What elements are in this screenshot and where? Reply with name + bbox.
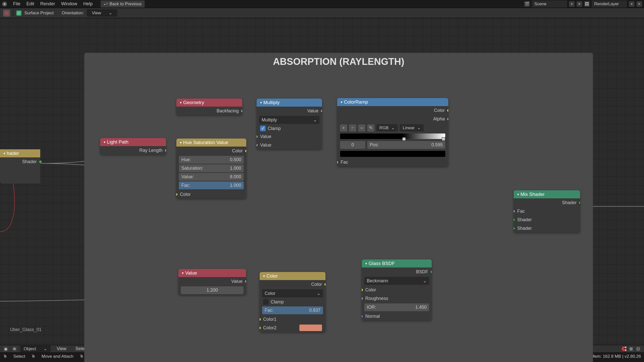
main-menu: File Edit Render Window Help bbox=[10, 0, 96, 8]
node-value[interactable]: Value Value 1.200 bbox=[178, 269, 246, 295]
socket-ramp-color[interactable] bbox=[447, 109, 448, 112]
renderlayer-delete-button[interactable]: × bbox=[636, 1, 642, 7]
node-geometry[interactable]: Geometry Backfacing bbox=[176, 99, 242, 115]
mixcolor-fac-field[interactable]: Fac:0.837 bbox=[262, 306, 323, 314]
geometry-backfacing-output: Backfacing bbox=[176, 107, 242, 115]
mixshader-header[interactable]: Mix Shader bbox=[514, 190, 580, 198]
editor-shader-icon[interactable]: ⊕ bbox=[12, 346, 17, 352]
socket-value-out[interactable] bbox=[245, 280, 246, 283]
glass-header[interactable]: Glass BSDF bbox=[362, 259, 432, 267]
socket-mix-out[interactable] bbox=[579, 201, 580, 204]
node-editor-canvas[interactable]: ABSORPTION (RAYLENGTH) hader Shader Ligh… bbox=[0, 18, 644, 345]
hsv-header[interactable]: Hue Saturation Value bbox=[176, 139, 246, 147]
backdrop-icon[interactable]: ⊡ bbox=[635, 346, 641, 352]
socket-mix-s2[interactable] bbox=[514, 227, 515, 230]
menu2-view[interactable]: View bbox=[54, 345, 69, 352]
ramp-pos-field[interactable]: Pos:0.595 bbox=[367, 141, 445, 149]
ramp-flip-button[interactable]: ↔ bbox=[358, 124, 365, 131]
hsv-sat-field[interactable]: Saturation:1.000 bbox=[179, 164, 244, 172]
glass-dist-select[interactable]: Beckmann bbox=[364, 277, 429, 285]
socket-backfacing[interactable] bbox=[241, 109, 242, 113]
socket-mult-in1[interactable] bbox=[257, 135, 258, 138]
socket-color1[interactable] bbox=[260, 318, 261, 321]
editor-type-icon[interactable]: ◉ bbox=[3, 346, 9, 352]
socket-raylength[interactable] bbox=[165, 149, 166, 152]
ramp-stop-2[interactable] bbox=[442, 137, 445, 141]
node-glass-bsdf[interactable]: Glass BSDF BSDF Beckmann Color Roughness… bbox=[362, 259, 432, 321]
frame-title: ABSORPTION (RAYLENGTH) bbox=[84, 53, 593, 71]
node-partial-shader[interactable]: hader Shader bbox=[0, 149, 40, 184]
blender-logo-icon[interactable]: ◆ bbox=[2, 2, 7, 7]
node-mix-color[interactable]: Color Color Color Clamp Fac:0.837 Color1… bbox=[260, 272, 326, 332]
ramp-interp-select[interactable]: Linear⌄ bbox=[400, 124, 424, 131]
ramp-color-preview[interactable] bbox=[340, 151, 445, 157]
node-multiply[interactable]: Multiply Value Multiply ✓Clamp Value Val… bbox=[257, 99, 322, 149]
color2-swatch[interactable] bbox=[299, 325, 322, 331]
node-colorramp[interactable]: ColorRamp Color Alpha + − ↔ ✎ RGB⌄ Linea… bbox=[337, 98, 448, 166]
scene-name-input[interactable] bbox=[532, 1, 567, 8]
mouse-mid-icon: 🖱 bbox=[79, 354, 84, 359]
value-field[interactable]: 1.200 bbox=[181, 286, 244, 294]
socket-mult-in2[interactable] bbox=[257, 144, 258, 147]
back-label: Back to Previous bbox=[109, 2, 142, 7]
node-mix-shader[interactable]: Mix Shader Shader Fac Shader Shader bbox=[514, 190, 580, 233]
socket-glass-normal[interactable] bbox=[362, 315, 363, 318]
mixcolor-header[interactable]: Color bbox=[260, 272, 326, 280]
ramp-mode-select[interactable]: RGB⌄ bbox=[376, 124, 398, 131]
socket-bsdf-out[interactable] bbox=[430, 270, 432, 274]
menu-help[interactable]: Help bbox=[80, 0, 96, 8]
menu-render[interactable]: Render bbox=[37, 0, 58, 8]
socket-color2[interactable] bbox=[260, 326, 261, 330]
color-ramp-gradient[interactable] bbox=[340, 133, 445, 139]
ramp-index-field[interactable]: 0 bbox=[340, 141, 365, 149]
surface-project-checkbox[interactable]: ✓ bbox=[16, 11, 21, 16]
cursor-tool-icon[interactable] bbox=[3, 10, 10, 17]
partial-header[interactable]: hader bbox=[0, 149, 40, 157]
mixcolor-mode-select[interactable]: Color bbox=[262, 289, 323, 297]
node-hsv[interactable]: Hue Saturation Value Color Hue:0.500 Sat… bbox=[176, 139, 246, 199]
socket-hsv-color-out[interactable] bbox=[245, 149, 246, 153]
hsv-fac-field[interactable]: Fac:1.000 bbox=[179, 182, 244, 189]
renderlayer-add-button[interactable]: + bbox=[629, 1, 634, 7]
socket-mixcolor-out[interactable] bbox=[324, 283, 326, 286]
colorramp-header[interactable]: ColorRamp bbox=[337, 98, 448, 106]
menu-edit[interactable]: Edit bbox=[23, 0, 37, 8]
hsv-val-field[interactable]: Value:8.000 bbox=[179, 173, 244, 181]
node-light-path[interactable]: Light Path Ray Length bbox=[100, 138, 166, 155]
scene-add-button[interactable]: + bbox=[569, 1, 575, 7]
menu-file[interactable]: File bbox=[10, 0, 23, 8]
socket-glass-rough[interactable] bbox=[362, 297, 363, 300]
socket-glass-color[interactable] bbox=[362, 288, 363, 292]
snap-icon[interactable]: 🧲 bbox=[621, 346, 627, 352]
object-mode-select[interactable]: Object⌄ bbox=[20, 345, 51, 352]
overlay-icon[interactable]: ⊞ bbox=[628, 346, 634, 352]
mixcolor-clamp-label: Clamp bbox=[271, 299, 284, 305]
geometry-header[interactable]: Geometry bbox=[176, 99, 242, 107]
lightpath-header[interactable]: Light Path bbox=[100, 138, 166, 146]
ramp-add-button[interactable]: + bbox=[340, 124, 347, 131]
menu-window[interactable]: Window bbox=[58, 0, 80, 8]
scene-icon[interactable]: 🎬 bbox=[524, 1, 530, 7]
socket-hsv-color-in[interactable] bbox=[176, 193, 178, 196]
orientation-dropdown[interactable]: View⌄ bbox=[87, 9, 117, 17]
socket-ramp-alpha[interactable] bbox=[447, 117, 448, 121]
renderlayer-icon[interactable]: 🖼 bbox=[584, 1, 590, 7]
mixcolor-clamp-checkbox[interactable] bbox=[263, 299, 269, 305]
multiply-header[interactable]: Multiply bbox=[257, 99, 322, 107]
back-button[interactable]: ⮐ Back to Previous bbox=[101, 1, 145, 8]
socket-mult-out[interactable] bbox=[320, 109, 322, 113]
value-header[interactable]: Value bbox=[178, 269, 246, 277]
scene-delete-button[interactable]: × bbox=[577, 1, 582, 7]
socket-mix-fac[interactable] bbox=[514, 210, 515, 213]
glass-ior-field[interactable]: IOR:1.450 bbox=[364, 303, 429, 311]
hsv-hue-field[interactable]: Hue:0.500 bbox=[179, 156, 244, 164]
socket-mix-s1[interactable] bbox=[514, 218, 515, 221]
socket-shader-out[interactable] bbox=[39, 160, 42, 163]
multiply-clamp-checkbox[interactable]: ✓ bbox=[260, 126, 266, 131]
renderlayer-input[interactable] bbox=[592, 1, 627, 8]
ramp-remove-button[interactable]: − bbox=[349, 124, 356, 131]
socket-ramp-fac[interactable] bbox=[337, 161, 339, 164]
ramp-eyedropper-button[interactable]: ✎ bbox=[367, 124, 374, 131]
multiply-mode-select[interactable]: Multiply bbox=[259, 116, 319, 124]
ramp-stop-1[interactable] bbox=[402, 137, 406, 141]
